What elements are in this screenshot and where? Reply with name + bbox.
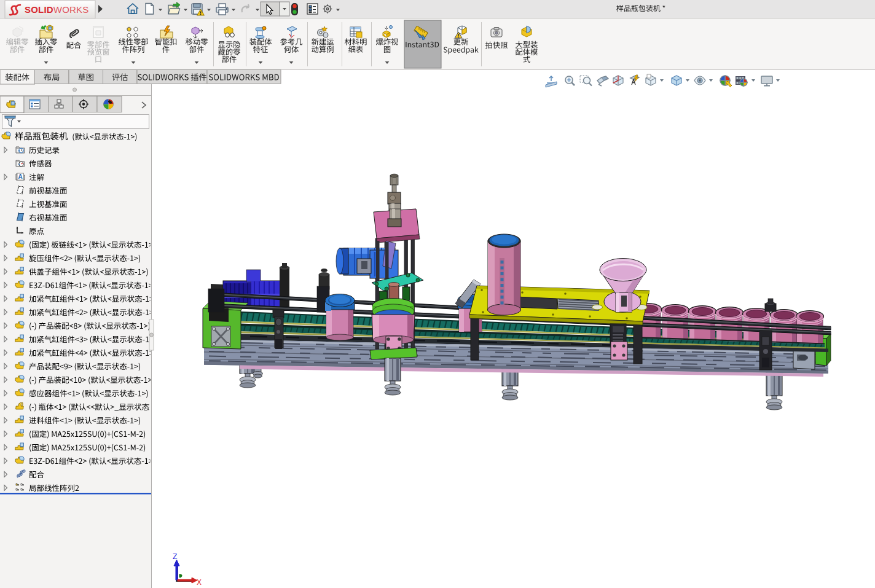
svg-text:SOLIDWORKS: SOLIDWORKS xyxy=(25,4,89,15)
svg-text:Z: Z xyxy=(173,552,177,561)
svg-text:X: X xyxy=(197,578,202,587)
